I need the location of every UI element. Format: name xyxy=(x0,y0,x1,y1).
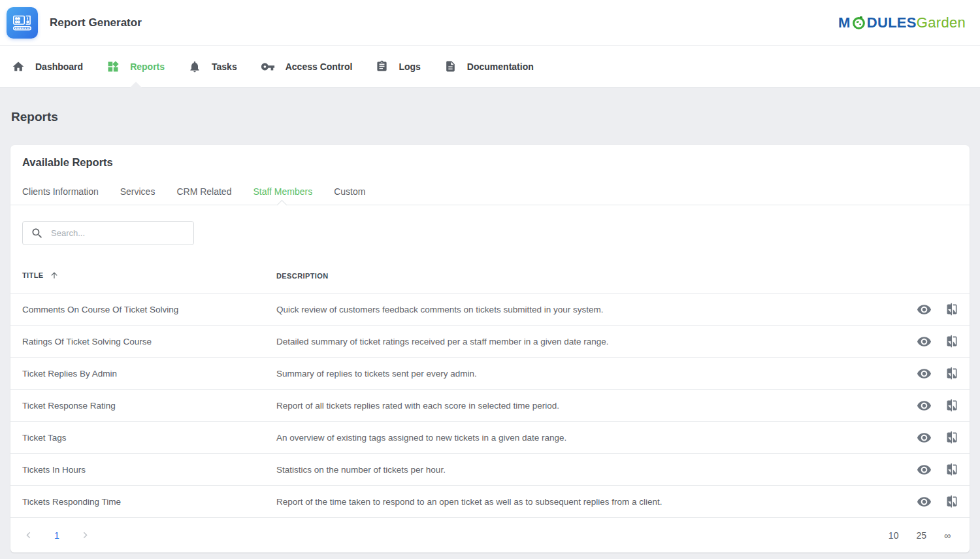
search-box xyxy=(22,221,194,245)
table-row: Ticket Response Rating Report of all tic… xyxy=(10,389,970,421)
view-report-button[interactable] xyxy=(917,398,932,413)
nav-item-tasks[interactable]: Tasks xyxy=(176,46,249,87)
compare-icon xyxy=(945,463,958,476)
row-actions xyxy=(917,398,970,413)
brand-text-m: M xyxy=(838,16,851,30)
view-report-button[interactable] xyxy=(917,366,932,381)
page-size-25[interactable]: 25 xyxy=(916,530,926,541)
report-title: Ticket Replies By Admin xyxy=(10,369,276,379)
row-actions xyxy=(917,366,970,381)
report-title: Tickets Responding Time xyxy=(10,497,276,507)
app-title: Report Generator xyxy=(50,16,142,29)
top-bar: Report Generator M DULES Garden xyxy=(0,0,980,46)
tab-staff-members[interactable]: Staff Members xyxy=(253,186,312,205)
report-title: Ticket Response Rating xyxy=(10,401,276,411)
report-title: Ticket Tags xyxy=(10,433,276,443)
widgets-icon xyxy=(106,60,120,73)
generate-report-button[interactable] xyxy=(945,495,958,508)
column-header-description[interactable]: DESCRIPTION xyxy=(276,272,329,280)
search-input[interactable] xyxy=(51,228,193,238)
current-page[interactable]: 1 xyxy=(48,530,66,541)
nav-label: Logs xyxy=(399,61,420,72)
eye-icon xyxy=(917,398,932,413)
nav-label: Tasks xyxy=(212,61,237,72)
document-icon xyxy=(444,60,457,73)
available-reports-card: Available Reports Clients Information Se… xyxy=(10,145,970,552)
report-title: Ratings Of Ticket Solving Course xyxy=(10,337,276,347)
table-row: Ticket Replies By Admin Summary of repli… xyxy=(10,357,970,389)
row-actions xyxy=(917,302,970,317)
tab-clients-information[interactable]: Clients Information xyxy=(22,186,99,205)
nav-label: Documentation xyxy=(467,61,534,72)
report-description: Report of all tickets replies rated with… xyxy=(276,401,917,411)
generate-report-button[interactable] xyxy=(945,367,958,380)
view-report-button[interactable] xyxy=(917,302,932,317)
bell-icon xyxy=(188,60,201,73)
report-category-tabs: Clients Information Services CRM Related… xyxy=(10,186,970,205)
eye-icon xyxy=(917,462,932,477)
report-title: Comments On Course Of Ticket Solving xyxy=(10,305,276,314)
sort-asc-icon[interactable] xyxy=(50,271,59,280)
nav-item-documentation[interactable]: Documentation xyxy=(433,46,546,87)
page-content: Reports Available Reports Clients Inform… xyxy=(0,88,980,559)
brand-text-dules: DULES xyxy=(867,16,917,30)
generate-report-button[interactable] xyxy=(945,335,958,348)
column-header-title[interactable]: TITLE xyxy=(22,271,44,279)
nav-item-logs[interactable]: Logs xyxy=(364,46,432,87)
nav-item-reports[interactable]: Reports xyxy=(95,46,176,87)
table-row: Ratings Of Ticket Solving Course Detaile… xyxy=(10,325,970,357)
table-row: Tickets In Hours Statistics on the numbe… xyxy=(10,453,970,485)
generate-report-button[interactable] xyxy=(945,463,958,476)
report-description: Detailed summary of ticket ratings recei… xyxy=(276,337,917,347)
compare-icon xyxy=(945,303,958,316)
table-header: TITLE DESCRIPTION xyxy=(10,258,970,293)
compare-icon xyxy=(945,367,958,380)
table-row: Comments On Course Of Ticket Solving Qui… xyxy=(10,293,970,325)
eye-icon xyxy=(917,334,932,349)
previous-page-button[interactable] xyxy=(22,529,35,541)
view-report-button[interactable] xyxy=(917,334,932,349)
main-nav: Dashboard Reports Tasks Access Control L… xyxy=(0,46,980,88)
chevron-left-icon xyxy=(22,529,35,541)
tab-services[interactable]: Services xyxy=(120,186,155,205)
compare-icon xyxy=(945,431,958,444)
nav-item-access-control[interactable]: Access Control xyxy=(249,46,365,87)
compare-icon xyxy=(945,335,958,348)
table-footer: 1 10 25 ∞ xyxy=(10,517,970,552)
generate-report-button[interactable] xyxy=(945,399,958,412)
nav-item-dashboard[interactable]: Dashboard xyxy=(0,46,95,87)
view-report-button[interactable] xyxy=(917,494,932,509)
key-icon xyxy=(261,59,275,74)
row-actions xyxy=(917,494,970,509)
report-description: An overview of existing tags assigned to… xyxy=(276,433,917,443)
report-description: Statistics on the number of tickets per … xyxy=(276,465,917,475)
page-size-10[interactable]: 10 xyxy=(889,530,899,541)
nav-label: Dashboard xyxy=(35,61,83,72)
card-title: Available Reports xyxy=(10,145,970,169)
page-size-all[interactable]: ∞ xyxy=(944,530,951,541)
table-row: Tickets Responding Time Report of the ti… xyxy=(10,485,970,517)
table-row: Ticket Tags An overview of existing tags… xyxy=(10,421,970,453)
next-page-button[interactable] xyxy=(79,529,91,541)
brand-text-garden: Garden xyxy=(917,16,966,30)
page-title: Reports xyxy=(0,88,980,145)
view-report-button[interactable] xyxy=(917,430,932,445)
home-icon xyxy=(12,60,25,73)
view-report-button[interactable] xyxy=(917,462,932,477)
report-description: Report of the time taken to respond to a… xyxy=(276,497,917,507)
tab-custom[interactable]: Custom xyxy=(334,186,365,205)
eye-icon xyxy=(917,494,932,509)
row-actions xyxy=(917,430,970,445)
chevron-right-icon xyxy=(79,529,91,541)
compare-icon xyxy=(945,495,958,508)
report-title: Tickets In Hours xyxy=(10,465,276,475)
generate-report-button[interactable] xyxy=(945,303,958,316)
report-description: Quick review of customers feedback comme… xyxy=(276,305,917,314)
report-generator-logo-icon xyxy=(7,7,38,39)
globe-icon xyxy=(851,15,866,30)
nav-label: Access Control xyxy=(286,61,353,72)
table-body: Comments On Course Of Ticket Solving Qui… xyxy=(10,293,970,517)
pagination: 1 xyxy=(22,529,91,541)
generate-report-button[interactable] xyxy=(945,431,958,444)
tab-crm-related[interactable]: CRM Related xyxy=(176,186,231,205)
